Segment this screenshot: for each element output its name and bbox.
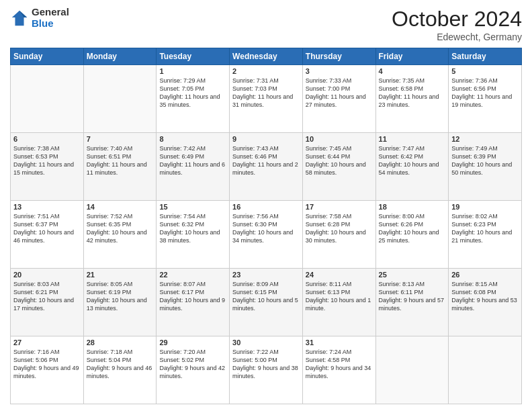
cell-sun-info: Sunrise: 8:05 AM Sunset: 6:19 PM Dayligh… [87,280,154,313]
day-number: 14 [87,203,154,211]
day-number: 3 [306,67,373,75]
week-row-3: 13Sunrise: 7:51 AM Sunset: 6:37 PM Dayli… [11,201,522,269]
cell-sun-info: Sunrise: 7:29 AM Sunset: 7:05 PM Dayligh… [159,77,226,109]
weekday-header-row: Sunday Monday Tuesday Wednesday Thursday… [11,48,522,65]
header-tuesday: Tuesday [157,48,230,65]
cell-sun-info: Sunrise: 7:16 AM Sunset: 5:06 PM Dayligh… [13,348,81,381]
calendar-cell-w3-d5: 18Sunrise: 8:00 AM Sunset: 6:26 PM Dayli… [375,201,449,269]
day-number: 29 [159,338,226,347]
cell-sun-info: Sunrise: 8:03 AM Sunset: 6:21 PM Dayligh… [13,280,81,313]
calendar-cell-w2-d6: 12Sunrise: 7:49 AM Sunset: 6:39 PM Dayli… [449,133,522,201]
cell-sun-info: Sunrise: 7:38 AM Sunset: 6:53 PM Dayligh… [13,144,81,177]
page: General Blue October 2024 Edewecht, Germ… [0,0,532,411]
day-number: 1 [159,67,226,75]
calendar-cell-w3-d2: 15Sunrise: 7:54 AM Sunset: 6:32 PM Dayli… [157,201,230,269]
day-number: 30 [232,338,300,347]
header: General Blue October 2024 Edewecht, Germ… [10,7,522,42]
header-wednesday: Wednesday [230,48,303,65]
cell-sun-info: Sunrise: 7:22 AM Sunset: 5:00 PM Dayligh… [232,348,300,381]
calendar-cell-w3-d6: 19Sunrise: 8:02 AM Sunset: 6:23 PM Dayli… [449,201,522,269]
calendar-cell-w5-d0: 27Sunrise: 7:16 AM Sunset: 5:06 PM Dayli… [11,336,84,404]
calendar-cell-w3-d0: 13Sunrise: 7:51 AM Sunset: 6:37 PM Dayli… [11,201,84,269]
week-row-1: 1Sunrise: 7:29 AM Sunset: 7:05 PM Daylig… [11,65,522,133]
calendar-cell-w5-d4: 31Sunrise: 7:24 AM Sunset: 4:58 PM Dayli… [302,336,375,404]
logo-general-text: General [32,7,69,18]
week-row-4: 20Sunrise: 8:03 AM Sunset: 6:21 PM Dayli… [11,269,522,336]
day-number: 10 [306,135,373,143]
cell-sun-info: Sunrise: 8:15 AM Sunset: 6:08 PM Dayligh… [451,280,519,313]
calendar-cell-w2-d2: 8Sunrise: 7:42 AM Sunset: 6:49 PM Daylig… [157,133,230,201]
logo: General Blue [10,7,69,29]
header-friday: Friday [375,48,449,65]
calendar-cell-w4-d4: 24Sunrise: 8:11 AM Sunset: 6:13 PM Dayli… [302,269,375,336]
calendar-cell-w2-d5: 11Sunrise: 7:47 AM Sunset: 6:42 PM Dayli… [375,133,449,201]
day-number: 19 [451,203,519,211]
cell-sun-info: Sunrise: 7:54 AM Sunset: 6:32 PM Dayligh… [159,212,226,245]
cell-sun-info: Sunrise: 7:31 AM Sunset: 7:03 PM Dayligh… [232,77,300,109]
calendar-cell-w1-d2: 1Sunrise: 7:29 AM Sunset: 7:05 PM Daylig… [157,65,230,133]
day-number: 7 [87,135,154,143]
day-number: 16 [232,203,300,211]
header-saturday: Saturday [449,48,522,65]
day-number: 22 [159,271,226,279]
header-sunday: Sunday [11,48,84,65]
day-number: 28 [87,338,154,347]
logo-icon [10,9,29,28]
calendar-cell-w4-d5: 25Sunrise: 8:13 AM Sunset: 6:11 PM Dayli… [375,269,449,336]
calendar-table: Sunday Monday Tuesday Wednesday Thursday… [10,48,522,404]
cell-sun-info: Sunrise: 7:35 AM Sunset: 6:58 PM Dayligh… [379,77,446,109]
cell-sun-info: Sunrise: 7:47 AM Sunset: 6:42 PM Dayligh… [379,144,446,177]
cell-sun-info: Sunrise: 8:00 AM Sunset: 6:26 PM Dayligh… [379,212,446,245]
cell-sun-info: Sunrise: 7:49 AM Sunset: 6:39 PM Dayligh… [451,144,519,177]
svg-marker-0 [12,10,27,25]
cell-sun-info: Sunrise: 7:43 AM Sunset: 6:46 PM Dayligh… [232,144,300,177]
cell-sun-info: Sunrise: 7:40 AM Sunset: 6:51 PM Dayligh… [87,144,154,177]
day-number: 4 [379,67,446,75]
cell-sun-info: Sunrise: 7:20 AM Sunset: 5:02 PM Dayligh… [159,348,226,381]
calendar-cell-w3-d1: 14Sunrise: 7:52 AM Sunset: 6:35 PM Dayli… [83,201,157,269]
day-number: 11 [379,135,446,143]
calendar-cell-w1-d0 [11,65,84,133]
day-number: 31 [306,338,373,347]
day-number: 27 [13,338,81,347]
calendar-cell-w4-d1: 21Sunrise: 8:05 AM Sunset: 6:19 PM Dayli… [83,269,157,336]
cell-sun-info: Sunrise: 8:13 AM Sunset: 6:11 PM Dayligh… [379,280,446,313]
day-number: 25 [379,271,446,279]
cell-sun-info: Sunrise: 7:56 AM Sunset: 6:30 PM Dayligh… [232,212,300,245]
cell-sun-info: Sunrise: 7:45 AM Sunset: 6:44 PM Dayligh… [306,144,373,177]
header-monday: Monday [83,48,157,65]
calendar-cell-w2-d3: 9Sunrise: 7:43 AM Sunset: 6:46 PM Daylig… [230,133,303,201]
day-number: 13 [13,203,81,211]
day-number: 5 [451,67,519,75]
calendar-cell-w1-d4: 3Sunrise: 7:33 AM Sunset: 7:00 PM Daylig… [302,65,375,133]
cell-sun-info: Sunrise: 7:18 AM Sunset: 5:04 PM Dayligh… [87,348,154,381]
location-title: Edewecht, Germany [392,32,522,42]
day-number: 23 [232,271,300,279]
calendar-cell-w4-d0: 20Sunrise: 8:03 AM Sunset: 6:21 PM Dayli… [11,269,84,336]
calendar-cell-w4-d3: 23Sunrise: 8:09 AM Sunset: 6:15 PM Dayli… [230,269,303,336]
cell-sun-info: Sunrise: 8:02 AM Sunset: 6:23 PM Dayligh… [451,212,519,245]
title-block: October 2024 Edewecht, Germany [392,7,522,42]
cell-sun-info: Sunrise: 8:11 AM Sunset: 6:13 PM Dayligh… [306,280,373,313]
cell-sun-info: Sunrise: 7:33 AM Sunset: 7:00 PM Dayligh… [306,77,373,109]
calendar-cell-w3-d3: 16Sunrise: 7:56 AM Sunset: 6:30 PM Dayli… [230,201,303,269]
month-title: October 2024 [392,7,522,32]
calendar-cell-w4-d6: 26Sunrise: 8:15 AM Sunset: 6:08 PM Dayli… [449,269,522,336]
cell-sun-info: Sunrise: 7:42 AM Sunset: 6:49 PM Dayligh… [159,144,226,177]
day-number: 18 [379,203,446,211]
header-thursday: Thursday [302,48,375,65]
calendar-cell-w5-d3: 30Sunrise: 7:22 AM Sunset: 5:00 PM Dayli… [230,336,303,404]
calendar-cell-w5-d5 [375,336,449,404]
day-number: 9 [232,135,300,143]
day-number: 26 [451,271,519,279]
day-number: 6 [13,135,81,143]
logo-blue-text: Blue [32,18,69,30]
calendar-cell-w3-d4: 17Sunrise: 7:58 AM Sunset: 6:28 PM Dayli… [302,201,375,269]
day-number: 12 [451,135,519,143]
cell-sun-info: Sunrise: 7:24 AM Sunset: 4:58 PM Dayligh… [306,348,373,381]
calendar-cell-w4-d2: 22Sunrise: 8:07 AM Sunset: 6:17 PM Dayli… [157,269,230,336]
calendar-cell-w1-d5: 4Sunrise: 7:35 AM Sunset: 6:58 PM Daylig… [375,65,449,133]
day-number: 24 [306,271,373,279]
cell-sun-info: Sunrise: 8:07 AM Sunset: 6:17 PM Dayligh… [159,280,226,313]
day-number: 2 [232,67,300,75]
